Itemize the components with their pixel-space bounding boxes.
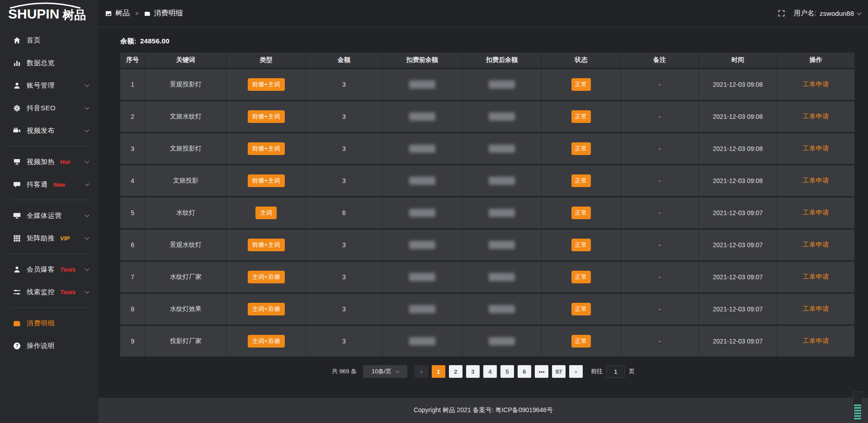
table-row: 2 文旅水纹灯 前缀+主词 3 正常 - 2021-12-03 09:08 工单… <box>120 101 854 132</box>
type-badge: 前缀+主词 <box>248 174 285 187</box>
keyword-cell: 文旅投影 <box>145 165 226 196</box>
work-order-link[interactable]: 工单申请 <box>803 113 829 120</box>
status-cell: 正常 <box>542 197 621 228</box>
post-balance-cell <box>462 165 542 196</box>
remark-cell: - <box>621 101 699 132</box>
sidebar-item-label: 首页 <box>27 36 41 45</box>
scroll-indicator-stripes <box>854 404 861 420</box>
masked-value <box>489 80 515 89</box>
masked-value <box>409 305 435 313</box>
work-order-link[interactable]: 工单申请 <box>803 177 829 184</box>
masked-value <box>489 113 515 121</box>
time-cell: 2021-12-03 09:08 <box>699 101 778 132</box>
user-menu[interactable]: 用户名: zswodun88 <box>794 9 861 18</box>
status-badge: 正常 <box>571 239 591 251</box>
page-button-3[interactable]: 3 <box>466 365 480 378</box>
pre-balance-cell <box>382 294 462 324</box>
more-pages-button[interactable]: ••• <box>535 365 548 378</box>
type-badge: 主词+后缀 <box>248 335 285 348</box>
sidebar-item-consumption-detail[interactable]: 消费明细 <box>0 312 99 334</box>
breadcrumb: 树品 > 消费明细 <box>105 9 183 18</box>
sidebar-item-all-media[interactable]: 全媒体运营 <box>0 204 99 227</box>
time-cell: 2021-12-03 09:07 <box>699 197 778 228</box>
pre-balance-cell <box>382 326 462 357</box>
next-page-button[interactable]: › <box>569 365 583 378</box>
page-size-value: 10条/页 <box>372 367 392 376</box>
scroll-indicator[interactable] <box>853 391 863 421</box>
row-index: 8 <box>120 294 145 324</box>
work-order-link[interactable]: 工单申请 <box>803 305 829 312</box>
work-order-link[interactable]: 工单申请 <box>803 273 829 280</box>
action-cell: 工单申请 <box>777 294 854 324</box>
masked-value <box>489 209 515 217</box>
col-header: 金额 <box>306 52 382 68</box>
page-button-4[interactable]: 4 <box>483 365 497 378</box>
type-cell: 前缀+主词 <box>226 165 306 196</box>
prev-page-button[interactable]: ‹ <box>415 365 428 378</box>
sidebar-item-label: 数据总览 <box>27 59 55 67</box>
remark-cell: - <box>621 326 699 357</box>
sidebar-item-doukeitong[interactable]: 抖客通 New <box>0 173 99 196</box>
status-badge: 正常 <box>571 335 591 348</box>
table-row: 8 水纹灯效果 主词+后缀 3 正常 - 2021-12-03 09:07 工单… <box>120 294 854 324</box>
sidebar-item-account[interactable]: 账号管理 <box>0 74 99 97</box>
type-badge: 主词+后缀 <box>248 271 285 283</box>
work-order-link[interactable]: 工单申请 <box>803 209 829 216</box>
sidebar-item-instructions[interactable]: ? 操作说明 <box>0 334 99 357</box>
chevron-down-icon <box>857 10 862 15</box>
sidebar-item-douyin-seo[interactable]: 抖音SEO <box>0 97 99 119</box>
page-button-97[interactable]: 97 <box>552 365 566 378</box>
status-badge: 正常 <box>571 303 591 315</box>
chevron-down-icon <box>85 159 90 163</box>
breadcrumb-root[interactable]: 树品 <box>115 9 130 18</box>
total-count: 共 969 条 <box>332 367 357 376</box>
sidebar-item-label: 视频发布 <box>27 127 55 135</box>
keyword-cell: 水纹灯 <box>145 197 226 228</box>
status-badge: 正常 <box>571 174 591 187</box>
pre-balance-cell <box>382 165 462 196</box>
time-cell: 2021-12-03 09:07 <box>699 230 778 260</box>
type-cell: 前缀+主词 <box>226 69 306 100</box>
sidebar-item-lead-monitor[interactable]: 线索监控 Tools <box>0 281 99 303</box>
work-order-link[interactable]: 工单申请 <box>803 145 829 152</box>
chevron-down-icon <box>85 105 90 109</box>
chevron-down-icon <box>85 127 90 132</box>
post-balance-cell <box>462 262 542 292</box>
page-button-5[interactable]: 5 <box>500 365 514 378</box>
work-order-link[interactable]: 工单申请 <box>803 241 829 248</box>
sidebar-item-label: 账号管理 <box>27 81 55 90</box>
goto-page-input[interactable] <box>606 366 625 378</box>
col-header: 时间 <box>699 52 778 68</box>
work-order-link[interactable]: 工单申请 <box>803 337 829 344</box>
page-size-select[interactable]: 10条/页 <box>363 365 407 378</box>
sidebar-item-label: 线索监控 <box>27 288 55 296</box>
page-button-2[interactable]: 2 <box>449 365 462 378</box>
sidebar-item-data-overview[interactable]: 数据总览 <box>0 52 99 74</box>
remark-cell: - <box>621 230 699 260</box>
question-icon: ? <box>13 342 21 350</box>
breadcrumb-current: 消费明细 <box>154 9 183 18</box>
keyword-cell: 文旅投影灯 <box>145 133 226 164</box>
keyword-cell: 水纹灯效果 <box>145 294 226 324</box>
sidebar-item-label: 会员爆客 <box>27 265 55 274</box>
work-order-link[interactable]: 工单申请 <box>803 80 829 88</box>
sidebar-item-video-publish[interactable]: 视频发布 <box>0 119 99 142</box>
balance-row: 余额:24856.00 <box>120 37 854 46</box>
col-header: 扣费前余额 <box>382 52 462 68</box>
page-button-1[interactable]: 1 <box>432 365 445 378</box>
action-cell: 工单申请 <box>777 69 854 100</box>
action-cell: 工单申请 <box>777 165 854 196</box>
sidebar-item-home[interactable]: 首页 <box>0 29 99 52</box>
vip-tag: VIP <box>60 235 70 242</box>
page-button-6[interactable]: 6 <box>518 365 531 378</box>
sidebar-item-video-heat[interactable]: 视频加热 Hot <box>0 150 99 173</box>
wallet-icon <box>13 319 21 327</box>
type-badge: 主词 <box>255 207 277 219</box>
sidebar-item-member-burst[interactable]: 会员爆客 Tools <box>0 258 99 281</box>
fullscreen-icon[interactable] <box>778 10 785 17</box>
sidebar-item-label: 操作说明 <box>27 342 55 350</box>
monitor-icon <box>13 212 21 220</box>
type-badge: 前缀+主词 <box>248 239 285 251</box>
sidebar-item-matrix-boost[interactable]: 矩阵助推 VIP <box>0 227 99 249</box>
masked-value <box>409 177 435 185</box>
